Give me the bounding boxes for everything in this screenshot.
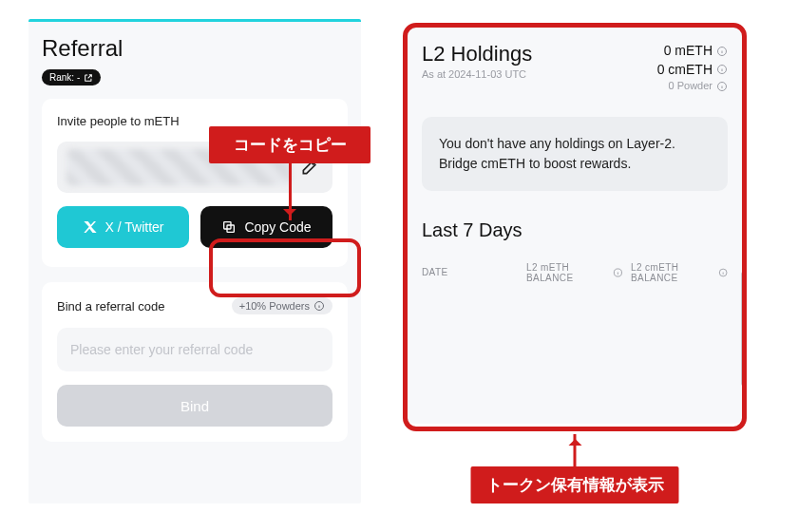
invite-card: Invite people to mETH X / Twitter Copy C… [42, 99, 348, 267]
copy-code-button[interactable]: Copy Code [200, 206, 332, 248]
l2-title: L2 Holdings [422, 42, 532, 66]
bonus-label: +10% Powders [239, 300, 310, 312]
copy-label: Copy Code [244, 219, 311, 235]
bind-button[interactable]: Bind [57, 385, 332, 427]
referral-panel: Referral Rank: - Invite people to mETH X… [28, 19, 361, 504]
bind-title: Bind a referral code [57, 299, 164, 314]
th-date: DATE [422, 262, 519, 283]
last-7-days-title: Last 7 Days [422, 219, 728, 241]
holdings-wrap: L2 Holdings As at 2024-11-03 UTC 0 mETH … [399, 19, 750, 504]
info-icon [314, 300, 325, 312]
scrollbar[interactable] [741, 272, 746, 386]
as-at-date: As at 2024-11-03 UTC [422, 68, 532, 80]
rank-badge[interactable]: Rank: - [42, 69, 101, 86]
annotation-holdings: トークン保有情報が表示 [471, 434, 679, 504]
referral-code-input[interactable] [57, 328, 332, 371]
blurred-code [66, 149, 291, 185]
copy-icon [221, 219, 237, 235]
powder-balance: 0 Powder [669, 79, 712, 93]
annotation-label: トークン保有情報が表示 [471, 466, 679, 504]
arrow-up-icon [574, 434, 577, 466]
referral-title: Referral [42, 35, 348, 62]
x-twitter-icon [83, 219, 98, 235]
meth-balance: 0 mETH [664, 42, 712, 61]
l2-holdings-panel: L2 Holdings As at 2024-11-03 UTC 0 mETH … [405, 25, 745, 424]
info-icon[interactable] [718, 267, 728, 278]
th-meth: L2 mETH BALANCE [526, 262, 623, 283]
info-icon[interactable] [716, 81, 728, 92]
twitter-label: X / Twitter [105, 219, 164, 235]
info-icon[interactable] [716, 64, 728, 75]
th-cmeth: L2 cmETH BALANCE [631, 262, 728, 283]
referral-code-box [57, 142, 332, 193]
rank-label: Rank: - [49, 72, 80, 83]
share-buttons: X / Twitter Copy Code [57, 206, 332, 248]
info-icon[interactable] [613, 267, 623, 278]
bonus-badge[interactable]: +10% Powders [232, 297, 332, 314]
history-table-header: DATE L2 mETH BALANCE L2 cmETH BALANCE [422, 262, 728, 283]
twitter-share-button[interactable]: X / Twitter [57, 206, 189, 248]
invite-label: Invite people to mETH [57, 114, 332, 128]
info-icon[interactable] [716, 46, 728, 57]
external-link-icon [84, 73, 93, 83]
empty-holdings-message: You don't have any holdings on Layer-2. … [422, 117, 728, 191]
bind-card: Bind a referral code +10% Powders Bind [42, 282, 348, 442]
balance-summary: 0 mETH 0 cmETH 0 Powder [657, 42, 728, 94]
edit-icon[interactable] [300, 158, 319, 177]
cmeth-balance: 0 cmETH [657, 61, 712, 80]
